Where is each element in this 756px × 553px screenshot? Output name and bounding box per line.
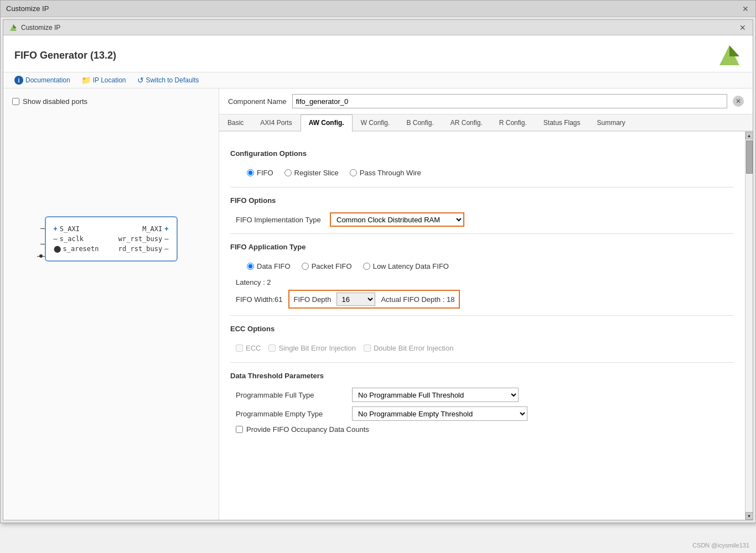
config-options-header: Configuration Options — [230, 149, 734, 160]
switch-defaults-label: Switch to Defaults — [146, 76, 199, 84]
saresetn-label: s_aresetn — [63, 245, 99, 253]
tabs-bar: Basic AXI4 Ports AW Config. W Config. B … — [219, 114, 753, 132]
tab-wconfig[interactable]: W Config. — [353, 114, 398, 131]
provide-fifo-label: Provide FIFO Occupancy Data Counts — [246, 425, 369, 434]
latency-text: Latency : 2 — [230, 278, 734, 286]
radio-lowlatency-label: Low Latency Data FIFO — [373, 262, 449, 270]
tab-basic[interactable]: Basic — [219, 114, 252, 131]
radio-lowlatency-input[interactable] — [363, 263, 370, 270]
radio-passthrough[interactable]: Pass Through Wire — [350, 169, 421, 177]
scrollbar-down-button[interactable]: ▼ — [745, 512, 753, 520]
data-threshold-header: Data Threshold Parameters — [230, 372, 734, 382]
radio-passthrough-input[interactable] — [350, 169, 357, 176]
provide-fifo-checkbox[interactable] — [236, 426, 243, 433]
fifo-depth-select[interactable]: 16 32 64 128 — [336, 293, 375, 306]
ecc-label: ECC — [246, 344, 261, 352]
radio-fifo-input[interactable] — [247, 169, 254, 176]
tab-awconfig[interactable]: AW Config. — [301, 114, 353, 132]
single-bit-checkbox[interactable] — [268, 345, 276, 352]
diagram-wrapper: + S_AXI M_AXI + — [45, 216, 178, 262]
rdrst-port: rd_rst_busy — — [118, 245, 169, 253]
inner-close-button[interactable]: ✕ — [738, 23, 747, 32]
xilinx-logo — [717, 43, 742, 67]
outer-close-button[interactable]: ✕ — [741, 4, 750, 13]
full-type-select[interactable]: No Programmable Full Threshold Single Pr… — [352, 388, 519, 402]
inner-dialog: Customize IP ✕ FIFO Generator (13.2) i D… — [3, 19, 753, 520]
tab-arconfig[interactable]: AR Config. — [442, 114, 491, 131]
fifo-impl-select[interactable]: Common Clock Distributed RAM Common Cloc… — [330, 212, 464, 227]
svg-marker-3 — [729, 45, 739, 56]
switch-defaults-link[interactable]: ↺ Switch to Defaults — [137, 76, 199, 85]
component-name-input[interactable] — [292, 94, 728, 108]
ecc-checkbox[interactable] — [236, 345, 243, 352]
radio-packetfifo-label: Packet FIFO — [312, 262, 352, 270]
radio-lowlatency[interactable]: Low Latency Data FIFO — [363, 262, 449, 270]
saxi-plus: + — [54, 225, 58, 233]
diagram-row-1: + S_AXI M_AXI + — [54, 225, 169, 233]
radio-packetfifo-input[interactable] — [302, 263, 309, 270]
rdrst-label: rd_rst_busy — [118, 245, 162, 253]
show-disabled-row: Show disabled ports — [12, 97, 210, 106]
saxi-port: + S_AXI — [54, 225, 80, 233]
radio-regslice-label: Register Slice — [294, 169, 339, 177]
double-bit-checkbox-item[interactable]: Double Bit Error Injection — [364, 344, 454, 352]
saresetn-dot — [39, 254, 43, 258]
scrollbar-up-button[interactable]: ▲ — [745, 132, 753, 139]
ecc-checkbox-item[interactable]: ECC — [236, 344, 261, 352]
tab-statusflags[interactable]: Status Flags — [535, 114, 589, 131]
diagram-row-3: ⬤ s_aresetn rd_rst_busy — — [54, 245, 169, 253]
tab-rconfig[interactable]: R Config. — [491, 114, 535, 131]
full-type-label: Programmable Full Type — [236, 391, 346, 399]
left-panel: Show disabled ports — [3, 88, 219, 520]
toolbar: i Documentation 📁 IP Location ↺ Switch t… — [3, 72, 753, 88]
double-bit-checkbox[interactable] — [364, 345, 371, 352]
fifo-impl-row: FIFO Implementation Type Common Clock Di… — [230, 212, 734, 227]
radio-fifo-label: FIFO — [257, 169, 273, 177]
empty-type-row: Programmable Empty Type No Programmable … — [230, 406, 734, 421]
radio-regslice[interactable]: Register Slice — [284, 169, 339, 177]
radio-datafifo[interactable]: Data FIFO — [247, 262, 291, 270]
ip-location-link[interactable]: 📁 IP Location — [81, 76, 126, 85]
divider-2 — [230, 233, 734, 234]
empty-type-select[interactable]: No Programmable Empty Threshold Single P… — [352, 406, 527, 421]
empty-type-label: Programmable Empty Type — [236, 410, 346, 418]
tab-bconfig[interactable]: B Config. — [398, 114, 442, 131]
wrrst-label: wr_rst_busy — [118, 235, 162, 243]
divider-4 — [230, 362, 734, 363]
single-bit-checkbox-item[interactable]: Single Bit Error Injection — [268, 344, 355, 352]
saxi-connector — [40, 228, 45, 229]
dialog-header: FIFO Generator (13.2) — [3, 35, 753, 72]
saresetn-dot2: ⬤ — [54, 245, 61, 253]
depth-row: FIFO Width:61 FIFO Depth 16 32 64 128 — [230, 290, 734, 309]
content-scroll: Configuration Options FIFO Register Slic… — [219, 132, 745, 520]
maxi-label: M_AXI — [142, 225, 162, 233]
component-name-bar: Component Name ✕ — [219, 88, 753, 114]
ip-location-label: IP Location — [93, 76, 126, 84]
show-disabled-ports-checkbox[interactable] — [12, 98, 19, 105]
fifo-app-type-header: FIFO Application Type — [230, 243, 734, 253]
ecc-row: ECC Single Bit Error Injection Double Bi… — [230, 341, 734, 356]
body-layout: Show disabled ports — [3, 88, 753, 520]
tab-axi4ports[interactable]: AXI4 Ports — [252, 114, 300, 131]
documentation-link[interactable]: i Documentation — [14, 76, 70, 85]
component-name-clear-button[interactable]: ✕ — [733, 96, 744, 107]
xilinx-small-icon — [9, 23, 18, 32]
radio-datafifo-input[interactable] — [247, 263, 254, 270]
fifo-width-label: FIFO Width:61 — [236, 295, 283, 304]
tab-summary[interactable]: Summary — [589, 114, 634, 131]
saclk-connector — [40, 244, 45, 244]
saclk-port: — s_aclk — [54, 235, 84, 243]
full-type-row: Programmable Full Type No Programmable F… — [230, 388, 734, 402]
provide-fifo-row: Provide FIFO Occupancy Data Counts — [230, 425, 734, 434]
diagram-row-2: — s_aclk wr_rst_busy — — [54, 235, 169, 243]
saxi-label: S_AXI — [60, 225, 80, 233]
double-bit-label: Double Bit Error Injection — [374, 344, 454, 352]
show-disabled-ports-label: Show disabled ports — [23, 97, 87, 106]
radio-regslice-input[interactable] — [284, 169, 292, 176]
scrollbar-thumb[interactable] — [746, 140, 753, 174]
single-bit-label: Single Bit Error Injection — [278, 344, 355, 352]
radio-fifo[interactable]: FIFO — [247, 169, 273, 177]
radio-packetfifo[interactable]: Packet FIFO — [302, 262, 352, 270]
outer-window: Customize IP ✕ Customize IP ✕ FIFO Gener… — [0, 0, 756, 523]
inner-title: Customize IP — [21, 24, 60, 32]
